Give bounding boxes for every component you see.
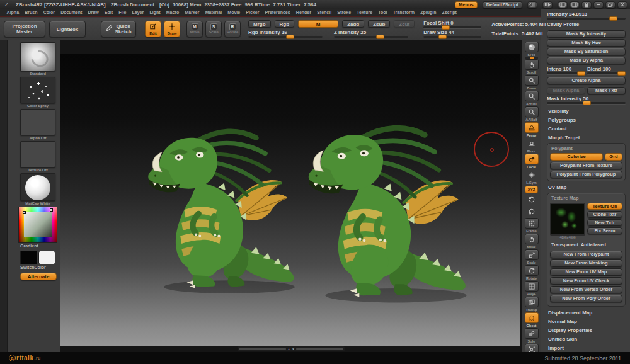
texture-map-header[interactable]: Texture Map bbox=[551, 195, 622, 201]
mask-by-button[interactable]: Mask By Saturation bbox=[547, 48, 626, 55]
secondary-color-swatch[interactable] bbox=[38, 251, 55, 264]
tray-collapse-icon[interactable] bbox=[2, 209, 6, 213]
lightbox-button[interactable]: LightBox bbox=[49, 21, 86, 37]
canvas-scrollbar[interactable]: ▲ ▼ bbox=[238, 346, 345, 351]
frame-button[interactable]: Frame bbox=[525, 218, 539, 233]
grd-button[interactable]: Grd bbox=[605, 153, 622, 161]
zcut-button[interactable]: Zcut bbox=[394, 20, 415, 28]
rgb-button[interactable]: Rgb bbox=[275, 20, 295, 28]
palette-section-header[interactable]: Visibility bbox=[547, 107, 626, 116]
palette-section-header[interactable]: Morph Target bbox=[547, 134, 626, 142]
palette-section-header[interactable]: Polygroups bbox=[547, 116, 626, 125]
palette-section-header[interactable]: Display Properties bbox=[547, 326, 626, 335]
zscript-play-button[interactable] bbox=[542, 1, 553, 8]
spix-button[interactable]: SPix bbox=[525, 42, 539, 59]
menu-item[interactable]: Picker bbox=[243, 10, 262, 14]
palette-section-header[interactable]: Normal Map bbox=[547, 317, 626, 326]
polyf-button[interactable]: PolyF bbox=[525, 281, 539, 296]
restore-icon[interactable] bbox=[605, 1, 616, 8]
mask-by-button[interactable]: Mask By Intensity bbox=[547, 30, 626, 38]
menu-item[interactable]: Stroke bbox=[335, 10, 354, 14]
m-button[interactable]: M bbox=[298, 20, 338, 28]
document-canvas[interactable]: ▲ ▼ bbox=[60, 40, 522, 352]
menu-item[interactable]: Document bbox=[58, 10, 85, 14]
new-txtr-button[interactable]: New Txtr bbox=[587, 219, 622, 226]
solo-button[interactable]: Solo bbox=[525, 328, 539, 343]
rotate-button[interactable]: R Rotate bbox=[224, 21, 241, 37]
zsub-button[interactable]: Zsub bbox=[368, 20, 390, 28]
scroll-up-icon[interactable]: ▲ bbox=[287, 346, 290, 351]
polypaint-from-polygroup-button[interactable]: Polypaint From Polygroup bbox=[550, 171, 622, 178]
current-texture-thumbnail[interactable] bbox=[20, 141, 55, 168]
switch-color-label[interactable]: SwitchColor bbox=[20, 265, 55, 270]
main-color-swatch[interactable] bbox=[20, 251, 37, 264]
zoom-button[interactable]: Zoom bbox=[525, 75, 539, 90]
cavity-intensity-slider[interactable]: Intensity 24.8918 bbox=[547, 11, 626, 20]
create-alpha-button[interactable]: Create Alpha bbox=[547, 77, 626, 84]
xyz-button[interactable]: XYZ bbox=[525, 185, 539, 193]
palette-section-header[interactable]: Contact bbox=[547, 125, 626, 134]
menu-item[interactable]: Preferences bbox=[262, 10, 293, 14]
menu-item[interactable]: Zplugin bbox=[418, 10, 439, 14]
new-from-button[interactable]: New From Masking bbox=[550, 259, 622, 267]
menu-item[interactable]: Transform bbox=[390, 10, 417, 14]
draw-button[interactable]: Draw bbox=[164, 21, 180, 37]
color-picker[interactable] bbox=[18, 207, 57, 243]
zscript-scrub-button[interactable] bbox=[527, 1, 537, 8]
lsym-button[interactable]: L.Sym bbox=[525, 169, 539, 185]
edit-button[interactable]: Edit bbox=[145, 21, 161, 37]
palette-section-header[interactable]: Displacement Map bbox=[547, 309, 626, 317]
menu-item[interactable]: Marker bbox=[182, 10, 202, 14]
blend-slider[interactable]: Blend 100 bbox=[587, 66, 626, 74]
fix-seam-button[interactable]: Fix Seam bbox=[587, 227, 622, 234]
mask-txtr-button[interactable]: Mask Txtr bbox=[587, 87, 626, 94]
antialiased-toggle[interactable]: Antialiased bbox=[581, 242, 606, 247]
menu-item[interactable]: Color bbox=[40, 10, 57, 14]
polypaint-from-texture-button[interactable]: Polypaint From Texture bbox=[550, 162, 622, 169]
menus-button[interactable]: Menus bbox=[455, 1, 478, 8]
lock-icon[interactable] bbox=[581, 1, 592, 8]
palette-right-icon[interactable] bbox=[570, 1, 580, 8]
new-from-button[interactable]: New From UV Map bbox=[550, 268, 622, 276]
scale-button[interactable]: S Scale bbox=[205, 21, 222, 37]
floor-button[interactable]: Floor bbox=[525, 138, 539, 153]
minimize-icon[interactable] bbox=[593, 1, 604, 8]
mask-by-button[interactable]: Mask By Alpha bbox=[547, 57, 626, 64]
scroll-down-icon[interactable]: ▼ bbox=[292, 346, 295, 351]
palette-left-icon[interactable] bbox=[558, 1, 568, 8]
quick-sketch-button[interactable]: Quick Sketch bbox=[101, 21, 136, 37]
palette-section-header[interactable]: Import bbox=[547, 344, 626, 352]
tray-expand-icon[interactable] bbox=[2, 217, 6, 220]
menu-item[interactable]: Zscript bbox=[439, 10, 460, 14]
current-alpha-thumbnail[interactable] bbox=[20, 109, 55, 135]
menu-item[interactable]: Tool bbox=[375, 10, 390, 14]
clone-txtr-button[interactable]: Clone Txtr bbox=[587, 211, 622, 218]
spin-h-button[interactable] bbox=[525, 194, 539, 205]
new-from-button[interactable]: New From Polypaint bbox=[550, 251, 622, 258]
default-zscript-button[interactable]: DefaultZScript bbox=[483, 1, 522, 8]
mask-alpha-button[interactable]: Mask Alpha bbox=[547, 87, 585, 94]
menu-item[interactable]: Draw bbox=[85, 10, 101, 14]
scale-shelf-button[interactable]: Scale bbox=[525, 249, 539, 264]
new-from-button[interactable]: New From Vertex Order bbox=[550, 286, 622, 293]
menu-item[interactable]: Movie bbox=[225, 10, 243, 14]
menu-item[interactable]: File bbox=[116, 10, 129, 14]
texture-map-thumbnail[interactable] bbox=[550, 203, 585, 236]
new-from-button[interactable]: New From UV Check bbox=[550, 277, 622, 285]
gradient-label[interactable]: Gradient bbox=[20, 244, 55, 248]
new-from-button[interactable]: New From Poly Order bbox=[550, 295, 622, 302]
menu-item[interactable]: Layer bbox=[129, 10, 147, 14]
spix-slider-track[interactable] bbox=[525, 57, 538, 59]
draw-size-slider[interactable]: Draw Size 44 bbox=[423, 30, 481, 38]
menu-item[interactable]: Light bbox=[147, 10, 163, 14]
intens-slider[interactable]: Intens 100 bbox=[547, 66, 585, 74]
mrgb-button[interactable]: Mrgb bbox=[248, 20, 271, 28]
current-material-thumbnail[interactable] bbox=[20, 173, 55, 201]
zadd-button[interactable]: Zadd bbox=[342, 20, 364, 28]
current-brush-thumbnail[interactable] bbox=[20, 42, 55, 71]
zbrush-document[interactable] bbox=[60, 54, 520, 346]
z-intensity-slider[interactable]: Z Intensity 25 bbox=[334, 30, 408, 38]
arttalk-logo[interactable]: a rttalk .ru bbox=[9, 355, 41, 361]
move-button[interactable]: M Move bbox=[186, 21, 203, 37]
local-button[interactable]: Local bbox=[525, 154, 539, 169]
